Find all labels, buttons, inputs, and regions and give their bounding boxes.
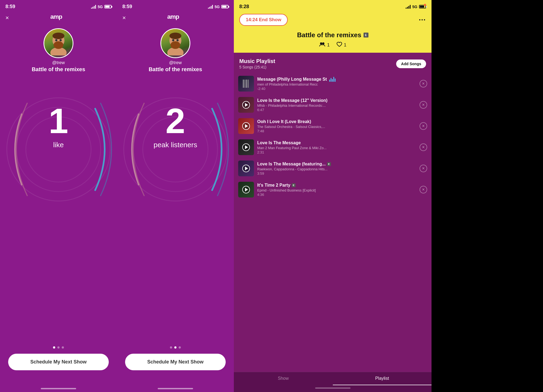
right-status-bar: 8:28 5G [234, 0, 432, 11]
play-triangle-3 [245, 124, 248, 128]
likes-value: 1 [344, 42, 346, 48]
right-home-bar [315, 387, 350, 389]
listeners-value: 1 [327, 42, 330, 48]
song-remove-3[interactable]: × [420, 122, 427, 130]
song-artist-2: Mfsb - Philadelphia International Record… [257, 104, 416, 108]
song-remove-4[interactable]: × [420, 143, 427, 151]
svg-rect-23 [244, 80, 246, 88]
dot-1-3[interactable] [62, 346, 64, 349]
username-2: @trew [169, 60, 182, 65]
song-info-3: Ooh I Love It (Love Break) The Salsoul O… [257, 119, 416, 133]
song-info-4: Love Is The Message Man 2 Man Featuring … [257, 140, 416, 154]
dot-2-3[interactable] [179, 346, 181, 349]
dot-1-active[interactable] [53, 346, 55, 349]
close-button-2[interactable]: × [122, 14, 126, 21]
network-label-2: 5G [215, 5, 220, 9]
song-duration-6: 4:36 [257, 193, 416, 197]
end-show-button[interactable]: 14:24 End Show [239, 14, 288, 26]
amp-logo-2: amp [167, 13, 184, 23]
dot-1-2[interactable] [57, 346, 60, 349]
listeners-count: 1 [319, 42, 330, 48]
song-item-1: Message (Philly Long Message St men of P… [234, 73, 432, 94]
right-show-name: Battle of the remixes [297, 31, 361, 39]
song-title-row-4: Love Is The Message [257, 140, 416, 145]
heart-icon [336, 42, 342, 48]
playlist-section: Music Playlist 5 Songs (25:41) Add Songs [234, 53, 432, 392]
song-info-1: Message (Philly Long Message St men of P… [257, 77, 416, 91]
stat-number-2: 2 [166, 103, 185, 139]
svg-point-5 [55, 39, 57, 41]
svg-rect-24 [246, 80, 247, 88]
show-meta-row: 1 1 [239, 42, 426, 48]
svg-point-15 [172, 39, 174, 41]
playlist-count: 5 Songs (25:41) [239, 65, 275, 69]
phone-panel-1: 8:59 5G × amp [0, 0, 117, 392]
right-top-nav: 14:24 End Show ⋯ [234, 11, 432, 30]
play-button-4[interactable] [242, 143, 250, 151]
song-duration-1: -2:40 [257, 87, 416, 91]
song-thumb-2 [238, 97, 254, 113]
svg-text:amp: amp [167, 13, 179, 20]
status-right-1: 5G [91, 5, 111, 9]
notification-dot [424, 4, 426, 6]
show-title-2: Battle of the remixes [143, 66, 208, 73]
right-network-label: 5G [412, 5, 417, 9]
add-songs-button[interactable]: Add Songs [396, 59, 426, 68]
stat-number-1: 1 [49, 103, 68, 139]
svg-point-3 [54, 41, 63, 49]
song-duration-2: 6:47 [257, 108, 416, 112]
svg-point-20 [320, 42, 322, 45]
song-remove-5[interactable]: × [420, 165, 427, 172]
song-title-row-3: Ooh I Love It (Love Break) [257, 119, 416, 124]
svg-point-6 [60, 39, 62, 41]
svg-rect-22 [243, 80, 244, 88]
phone-panel-2: 8:59 5G × amp [117, 0, 234, 392]
show-header: Battle of the remixes E 1 [234, 30, 432, 53]
song-duration-4: 2:31 [257, 150, 416, 154]
song-artist-4: Man 2 Man Featuring Paul Zone & Miki Zo.… [257, 146, 416, 150]
tab-playlist[interactable]: Playlist [333, 372, 432, 385]
schedule-button-1[interactable]: Schedule My Next Show [8, 354, 109, 370]
dots-1 [0, 346, 117, 349]
play-button-3[interactable] [242, 122, 250, 130]
right-home-indicator [234, 385, 432, 392]
play-button-2[interactable] [242, 101, 250, 109]
avatar-section-1: @trew Battle of the remixes [0, 26, 117, 74]
show-name-row: Battle of the remixes E [239, 31, 426, 39]
right-time: 8:28 [239, 4, 249, 10]
svg-point-14 [169, 33, 181, 39]
song-title-row-2: Love Is the Message (12" Version) [257, 98, 416, 103]
status-right-2: 5G [208, 5, 228, 9]
dot-2-active[interactable] [174, 346, 176, 349]
playing-bars [329, 77, 336, 82]
song-title-6: It's Time 2 Party [257, 183, 290, 188]
song-item-2: Love Is the Message (12" Version) Mfsb -… [234, 94, 432, 115]
play-button-6[interactable] [242, 186, 250, 193]
dot-2-1[interactable] [170, 346, 172, 349]
more-options-button[interactable]: ⋯ [418, 16, 426, 24]
song-thumb-1 [238, 76, 254, 92]
playlist-header: Music Playlist 5 Songs (25:41) Add Songs [234, 53, 432, 71]
battery-icon-2 [221, 5, 228, 8]
close-button-1[interactable]: × [5, 14, 9, 21]
play-triangle-2 [245, 103, 248, 107]
battery-icon-1 [104, 5, 111, 8]
song-list: Message (Philly Long Message St men of P… [234, 71, 432, 372]
right-status-right: 5G [406, 5, 426, 9]
bottom-tabs: Show Playlist [234, 372, 432, 385]
right-panel: 8:28 5G 14:24 End Show ⋯ Battle of the r… [234, 0, 432, 392]
song-title-4: Love Is The Message [257, 140, 301, 145]
likes-count: 1 [336, 42, 346, 48]
song-remove-2[interactable]: × [420, 101, 427, 109]
tab-show[interactable]: Show [234, 372, 333, 385]
home-indicator-2 [158, 388, 193, 389]
song-title-row-1: Message (Philly Long Message St [257, 77, 416, 82]
song-remove-6[interactable]: × [420, 186, 427, 193]
svg-text:amp: amp [50, 13, 62, 20]
play-button-5[interactable] [242, 165, 250, 172]
playlist-title-group: Music Playlist 5 Songs (25:41) [239, 58, 275, 69]
signal-icon-1 [91, 5, 96, 9]
song-remove-1[interactable]: × [420, 80, 427, 87]
stat-label-2: peak listeners [154, 141, 197, 149]
schedule-button-2[interactable]: Schedule My Next Show [125, 354, 226, 370]
